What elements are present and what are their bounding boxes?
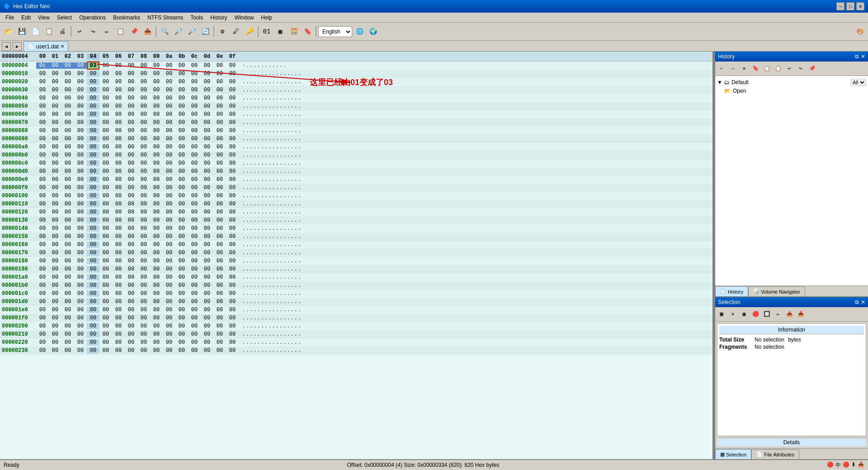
hex-cell[interactable]: 00 — [125, 307, 137, 313]
hist-undo-btn[interactable]: ↩ — [784, 63, 795, 74]
hex-cell[interactable]: 00 — [150, 282, 163, 289]
hex-cell[interactable]: 00 — [87, 128, 99, 134]
hex-cell[interactable]: 00 — [163, 274, 175, 280]
hex-cell[interactable]: 00 — [188, 71, 201, 77]
hex-cell[interactable]: 00 — [163, 95, 175, 101]
hex-cell[interactable]: 00 — [226, 282, 239, 289]
hex-cell[interactable]: 00 — [163, 128, 175, 134]
hex-cell[interactable]: 00 — [61, 119, 74, 126]
hex-cell[interactable]: 00 — [36, 258, 49, 264]
hex-cell[interactable]: 00 — [226, 79, 239, 85]
hex-cell[interactable]: 00 — [163, 339, 175, 346]
hex-cell[interactable]: 00 — [36, 209, 49, 215]
hex-cell[interactable]: 00 — [36, 103, 49, 109]
hex-cell[interactable]: 0c — [36, 62, 49, 69]
hex-cell[interactable]: 00 — [150, 103, 163, 109]
hex-cell[interactable]: 00 — [112, 201, 125, 207]
toolbar-hex-btn[interactable]: 01 — [260, 25, 273, 38]
language-select[interactable]: English Chinese — [318, 26, 352, 37]
hex-cell[interactable]: 00 — [36, 168, 49, 175]
hex-cell[interactable]: 00 — [36, 111, 49, 118]
hex-cell[interactable]: 00 — [125, 87, 137, 93]
hex-cell[interactable]: 00 — [87, 119, 99, 126]
hex-cell[interactable]: 00 — [36, 71, 49, 77]
hex-cell[interactable]: 00 — [112, 144, 125, 150]
hex-cell[interactable]: 00 — [213, 217, 226, 223]
hex-cell[interactable]: 00 — [188, 258, 201, 264]
hex-cell[interactable]: 00 — [49, 144, 61, 150]
hex-cell[interactable]: 03 — [87, 62, 99, 70]
hex-cell[interactable]: 00 — [150, 87, 163, 93]
hex-cell[interactable]: 00 — [226, 185, 239, 191]
hex-cell[interactable]: 00 — [87, 299, 99, 305]
hex-cell[interactable]: 00 — [163, 290, 175, 297]
hex-cell[interactable]: 00 — [213, 62, 226, 69]
toolbar-findprev-btn[interactable]: 🔎 — [172, 25, 184, 38]
hex-cell[interactable]: 00 — [137, 71, 150, 77]
toolbar-copy-btn[interactable]: 📋 — [114, 25, 127, 38]
hex-cell[interactable]: 00 — [125, 315, 137, 321]
toolbar-saveas-btn[interactable]: 📄 — [29, 25, 42, 38]
hist-bookmark-btn[interactable]: 🔖 — [750, 63, 761, 74]
hex-cell[interactable]: 00 — [125, 225, 137, 232]
hex-cell[interactable]: 00 — [125, 193, 137, 199]
hex-cell[interactable]: 00 — [201, 307, 213, 313]
hex-cell[interactable]: 00 — [112, 315, 125, 321]
hex-cell[interactable]: 00 — [112, 307, 125, 313]
hex-cell[interactable]: 00 — [36, 347, 49, 354]
hex-cell[interactable]: 00 — [226, 128, 239, 134]
hex-cell[interactable]: 00 — [36, 119, 49, 126]
hex-cell[interactable]: 00 — [99, 71, 112, 77]
hex-cell[interactable]: 00 — [61, 160, 74, 166]
hex-cell[interactable]: 00 — [99, 144, 112, 150]
hex-cell[interactable]: 00 — [74, 323, 87, 329]
hex-cell[interactable]: 00 — [74, 209, 87, 215]
hex-cell[interactable]: 00 — [112, 193, 125, 199]
hex-cell[interactable]: 00 — [74, 152, 87, 158]
hex-cell[interactable]: 00 — [137, 258, 150, 264]
hex-cell[interactable]: 00 — [213, 111, 226, 118]
hex-cell[interactable]: 00 — [150, 168, 163, 175]
hex-cell[interactable]: 00 — [36, 136, 49, 142]
hex-cell[interactable]: 00 — [201, 233, 213, 240]
hex-cell[interactable]: 00 — [87, 225, 99, 232]
hex-cell[interactable]: 00 — [163, 62, 175, 69]
hex-cell[interactable]: 00 — [137, 225, 150, 232]
hex-cell[interactable]: 00 — [163, 282, 175, 289]
hist-clear-btn[interactable]: ✕ — [739, 63, 750, 74]
hex-cell[interactable]: 00 — [87, 242, 99, 248]
hex-cell[interactable]: 00 — [87, 307, 99, 313]
hex-cell[interactable]: 00 — [188, 193, 201, 199]
hex-cell[interactable]: 00 — [61, 176, 74, 183]
hex-cell[interactable]: 00 — [74, 282, 87, 289]
hex-cell[interactable]: 00 — [163, 176, 175, 183]
hex-cell[interactable]: 00 — [226, 152, 239, 158]
toolbar-paste-btn[interactable]: 📌 — [127, 25, 140, 38]
hex-cell[interactable]: 00 — [49, 250, 61, 256]
hex-cell[interactable]: 00 — [36, 128, 49, 134]
hex-cell[interactable]: 00 — [226, 193, 239, 199]
hex-cell[interactable]: 00 — [175, 103, 188, 109]
hex-cell[interactable]: 00 — [61, 315, 74, 321]
hex-cell[interactable]: 00 — [36, 160, 49, 166]
tab-selection[interactable]: ▦ Selection — [715, 449, 751, 459]
hex-cell[interactable]: 00 — [87, 176, 99, 183]
hex-cell[interactable]: 00 — [175, 274, 188, 280]
hex-cell[interactable]: 00 — [74, 258, 87, 264]
hex-cell[interactable]: 00 — [125, 111, 137, 118]
hex-cell[interactable]: 00 — [213, 299, 226, 305]
hex-cell[interactable]: 00 — [213, 323, 226, 329]
hex-cell[interactable]: 00 — [74, 193, 87, 199]
history-filter-select[interactable]: All — [850, 79, 866, 86]
hex-cell[interactable]: 00 — [163, 168, 175, 175]
toolbar-redo-btn[interactable]: ↪ — [87, 25, 99, 38]
hex-cell[interactable]: 00 — [201, 201, 213, 207]
hex-cell[interactable]: 00 — [137, 185, 150, 191]
hex-cell[interactable]: 00 — [74, 347, 87, 354]
hex-cell[interactable]: 00 — [125, 128, 137, 134]
hex-cell[interactable]: 00 — [36, 290, 49, 297]
hex-cell[interactable]: 00 — [74, 62, 87, 69]
hex-cell[interactable]: 00 — [201, 87, 213, 93]
hex-cell[interactable]: 00 — [49, 176, 61, 183]
hex-cell[interactable]: 00 — [112, 160, 125, 166]
